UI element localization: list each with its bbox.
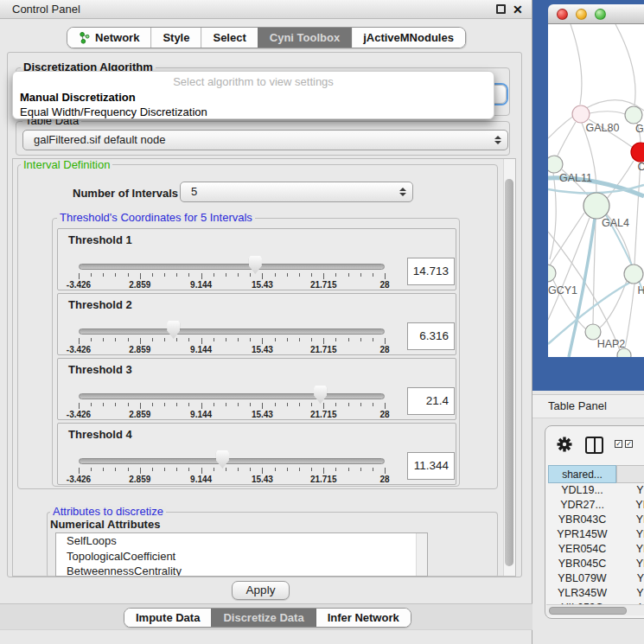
window-zoom-button[interactable] xyxy=(595,9,606,20)
tick-label: 28 xyxy=(379,410,389,419)
tick-mark xyxy=(373,468,373,471)
threshold-title: Threshold 3 xyxy=(68,363,132,376)
tick-mark xyxy=(164,468,165,471)
tick-mark xyxy=(152,338,153,341)
tab-jactivemnodules[interactable]: jActiveMNodules xyxy=(351,28,465,48)
deselect-all-checkbox-icon[interactable]: ✓ xyxy=(625,440,633,448)
tick-mark xyxy=(299,468,300,471)
tick-mark xyxy=(250,403,251,406)
tick-mark xyxy=(79,403,80,409)
tick-mark xyxy=(287,273,288,277)
slider-track[interactable] xyxy=(79,393,385,399)
tick-mark xyxy=(164,338,165,341)
tick-mark xyxy=(250,338,251,341)
tick-mark xyxy=(373,338,373,341)
tick-label: 28 xyxy=(379,280,389,290)
network-view-window: GAL80GACGAL11GAL4GCY1HHAP2 xyxy=(548,4,644,357)
tick-mark xyxy=(262,468,263,474)
slider-handle[interactable] xyxy=(314,386,327,404)
scrollbar-thumb[interactable] xyxy=(549,607,627,615)
tick-mark xyxy=(360,338,361,341)
tick-label: 9.144 xyxy=(190,475,212,484)
tab-impute-data[interactable]: Impute Data xyxy=(124,609,211,627)
tab-select[interactable]: Select xyxy=(201,28,257,48)
tick-mark xyxy=(128,403,129,406)
dropdown-option[interactable]: Manual Discretization xyxy=(20,90,487,105)
threshold-panel: Threshold 2-3.4262.8599.14415.4321.71528… xyxy=(57,293,456,355)
attribute-list-item[interactable]: TopologicalCoefficient xyxy=(56,549,427,564)
tick-mark xyxy=(360,273,361,277)
slider-track[interactable] xyxy=(79,458,385,464)
select-all-checkbox-icon[interactable]: ✓ xyxy=(615,440,622,448)
table-row[interactable]: YLR345WYLR3 xyxy=(545,586,644,601)
threshold-value-field[interactable]: 14.713 xyxy=(407,258,455,285)
tick-mark xyxy=(164,273,165,277)
slider-track[interactable] xyxy=(79,264,385,270)
tick-mark xyxy=(238,338,239,341)
tick-mark xyxy=(79,468,80,474)
table-row[interactable]: YDL19...YDL1 xyxy=(545,483,644,498)
apply-button[interactable]: Apply xyxy=(232,581,290,600)
show-columns-icon[interactable] xyxy=(585,437,603,454)
table-data-combobox[interactable]: galFiltered.sif default node xyxy=(22,130,508,150)
scrollbar-thumb[interactable] xyxy=(505,179,513,566)
tick-label: 28 xyxy=(379,475,389,484)
network-window-titlebar[interactable] xyxy=(548,4,644,24)
table-panel-frame: ✓ ✓ shared...na YDL19...YDL1YDR27...YDR2… xyxy=(545,425,644,619)
table-header-row: shared...na xyxy=(545,465,644,483)
threshold-value-field[interactable]: 11.344 xyxy=(407,452,455,480)
tick-label: -3.426 xyxy=(67,410,91,419)
table-horizontal-scrollbar[interactable] xyxy=(546,604,644,615)
number-of-intervals-label: Number of Intervals xyxy=(73,187,178,200)
window-close-button[interactable] xyxy=(557,9,568,20)
table-row[interactable]: YER054CYER0 xyxy=(545,542,644,557)
threshold-value-field[interactable]: 21.4 xyxy=(407,387,455,415)
network-canvas[interactable]: GAL80GACGAL11GAL4GCY1HHAP2 xyxy=(548,24,644,357)
tab-label: Network xyxy=(95,28,139,48)
attribute-list-item[interactable]: SelfLoops xyxy=(56,533,427,549)
tab-style[interactable]: Style xyxy=(150,28,201,48)
tab-discretize-data[interactable]: Discretize Data xyxy=(211,609,315,627)
tick-mark xyxy=(176,403,177,406)
gear-icon[interactable] xyxy=(556,436,573,456)
tick-mark xyxy=(226,403,226,406)
number-of-intervals-combobox[interactable]: 5 xyxy=(180,182,413,202)
tab-network[interactable]: Network xyxy=(67,28,150,48)
slider-handle[interactable] xyxy=(249,256,262,274)
column-header[interactable]: na xyxy=(616,465,644,483)
tick-mark xyxy=(128,468,129,471)
attribute-list-item[interactable]: BetweennessCentrality xyxy=(56,564,427,577)
tab-infer-network[interactable]: Infer Network xyxy=(316,609,411,627)
tick-mark xyxy=(275,403,276,406)
dropdown-placeholder-item[interactable]: Select algorithm to view settings xyxy=(13,75,494,88)
tick-mark xyxy=(188,468,189,471)
tick-mark xyxy=(201,273,202,279)
tick-label: 2.859 xyxy=(129,475,150,484)
table-row[interactable]: YPR145WYPR1 xyxy=(545,527,644,542)
table-row[interactable]: YBL079WYBL0 xyxy=(545,571,644,586)
numerical-attributes-list[interactable]: SelfLoopsTopologicalCoefficientBetweenne… xyxy=(55,532,428,577)
slider-handle[interactable] xyxy=(216,450,229,469)
dropdown-option[interactable]: Equal Width/Frequency Discretization xyxy=(20,105,487,119)
tick-mark xyxy=(287,403,288,406)
slider-handle[interactable] xyxy=(167,321,180,339)
close-icon[interactable]: ✕ xyxy=(513,1,523,18)
tab-cyni-toolbox[interactable]: Cyni Toolbox xyxy=(258,28,351,48)
spinner-arrows-icon xyxy=(399,188,406,196)
window-minimize-button[interactable] xyxy=(576,9,587,20)
float-window-icon[interactable] xyxy=(496,4,506,14)
column-header[interactable]: shared... xyxy=(548,465,616,483)
table-row[interactable]: YBR045CYBR0 xyxy=(545,557,644,571)
table-row[interactable]: YDR27...YDR2 xyxy=(545,498,644,513)
tick-mark xyxy=(188,338,189,341)
tick-mark xyxy=(115,338,116,341)
network-icon xyxy=(79,32,90,44)
tick-label: -3.426 xyxy=(67,475,91,484)
slider-track[interactable] xyxy=(79,328,385,335)
table-row[interactable]: YBR043CYBR0 xyxy=(545,513,644,527)
tick-mark xyxy=(323,273,324,279)
threshold-title: Threshold 4 xyxy=(68,428,132,441)
attributes-list-scrollbar[interactable] xyxy=(416,533,427,576)
tick-mark xyxy=(103,273,104,277)
threshold-value-field[interactable]: 6.316 xyxy=(407,322,455,350)
